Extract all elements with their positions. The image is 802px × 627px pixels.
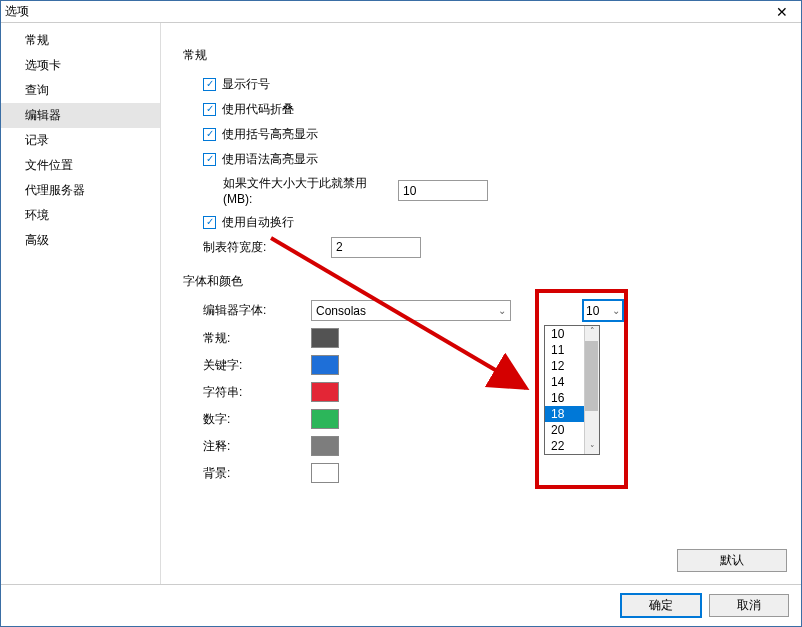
checkbox-line-numbers[interactable]: ✓ — [203, 78, 216, 91]
checkbox-syntax-highlight[interactable]: ✓ — [203, 153, 216, 166]
select-editor-font[interactable]: Consolas ⌄ — [311, 300, 511, 321]
label-bracket-highlight: 使用括号高亮显示 — [222, 126, 318, 143]
swatch-background[interactable] — [311, 463, 339, 483]
input-tab-width[interactable] — [331, 237, 421, 258]
sidebar-item-record[interactable]: 记录 — [1, 128, 160, 153]
label-disable-mb: 如果文件大小大于此就禁用 (MB): — [223, 175, 398, 206]
check-icon: ✓ — [206, 79, 214, 89]
chevron-down-icon: ⌄ — [498, 305, 506, 316]
sidebar-item-file-location[interactable]: 文件位置 — [1, 153, 160, 178]
label-line-numbers: 显示行号 — [222, 76, 270, 93]
close-icon[interactable]: ✕ — [767, 4, 797, 20]
section-general-title: 常规 — [183, 47, 779, 64]
swatch-normal[interactable] — [311, 328, 339, 348]
checkbox-code-folding[interactable]: ✓ — [203, 103, 216, 116]
sidebar-item-advanced[interactable]: 高级 — [1, 228, 160, 253]
label-color-keyword: 关键字: — [203, 357, 311, 374]
titlebar: 选项 ✕ — [1, 1, 801, 23]
sidebar-item-editor[interactable]: 编辑器 — [1, 103, 160, 128]
ok-button[interactable]: 确定 — [621, 594, 701, 617]
cancel-button[interactable]: 取消 — [709, 594, 789, 617]
footer: 确定 取消 — [1, 584, 801, 626]
default-button[interactable]: 默认 — [677, 549, 787, 572]
label-editor-font: 编辑器字体: — [203, 302, 311, 319]
section-font-title: 字体和颜色 — [183, 273, 779, 290]
swatch-string[interactable] — [311, 382, 339, 402]
scroll-thumb[interactable] — [585, 341, 598, 411]
sidebar-item-query[interactable]: 查询 — [1, 78, 160, 103]
window-title: 选项 — [5, 3, 767, 20]
scroll-up-icon[interactable]: ˄ — [590, 326, 595, 336]
sidebar-item-environment[interactable]: 环境 — [1, 203, 160, 228]
label-color-number: 数字: — [203, 411, 311, 428]
checkbox-word-wrap[interactable]: ✓ — [203, 216, 216, 229]
editor-font-value: Consolas — [316, 304, 366, 318]
scroll-down-icon[interactable]: ˅ — [590, 444, 595, 454]
label-code-folding: 使用代码折叠 — [222, 101, 294, 118]
check-icon: ✓ — [206, 104, 214, 114]
label-color-background: 背景: — [203, 465, 311, 482]
font-size-dropdown[interactable]: 10 11 12 14 16 18 20 22 ˄ ˅ — [544, 325, 600, 455]
input-disable-mb[interactable] — [398, 180, 488, 201]
swatch-comment[interactable] — [311, 436, 339, 456]
swatch-keyword[interactable] — [311, 355, 339, 375]
label-word-wrap: 使用自动换行 — [222, 214, 294, 231]
label-syntax-highlight: 使用语法高亮显示 — [222, 151, 318, 168]
sidebar-item-tabs[interactable]: 选项卡 — [1, 53, 160, 78]
swatch-number[interactable] — [311, 409, 339, 429]
checkbox-bracket-highlight[interactable]: ✓ — [203, 128, 216, 141]
sidebar: 常规 选项卡 查询 编辑器 记录 文件位置 代理服务器 环境 高级 — [1, 23, 161, 584]
sidebar-item-proxy[interactable]: 代理服务器 — [1, 178, 160, 203]
sidebar-item-general[interactable]: 常规 — [1, 28, 160, 53]
label-color-normal: 常规: — [203, 330, 311, 347]
label-color-comment: 注释: — [203, 438, 311, 455]
main-panel: 常规 ✓ 显示行号 ✓ 使用代码折叠 ✓ 使用括号高亮显示 ✓ 使用语法高亮显示… — [161, 23, 801, 584]
check-icon: ✓ — [206, 154, 214, 164]
label-tab-width: 制表符宽度: — [203, 239, 331, 256]
check-icon: ✓ — [206, 217, 214, 227]
label-color-string: 字符串: — [203, 384, 311, 401]
check-icon: ✓ — [206, 129, 214, 139]
